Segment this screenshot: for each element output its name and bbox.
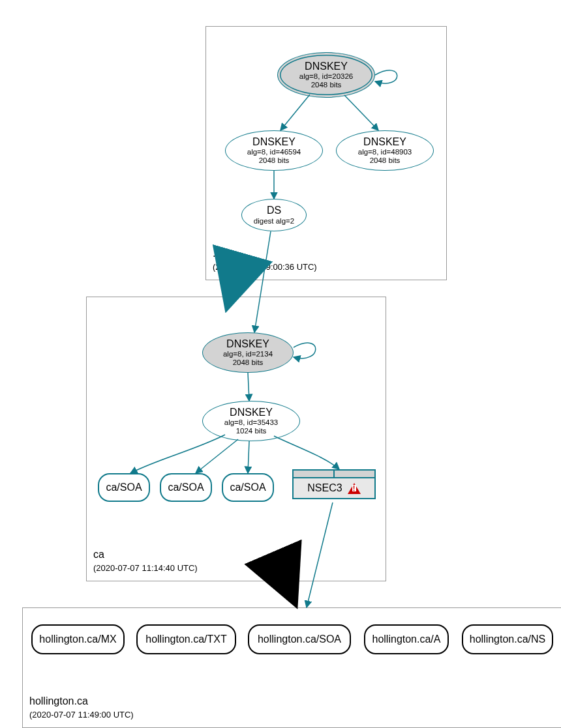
rr-label: hollington.ca/SOA (258, 633, 341, 645)
node-nsec3: NSEC3 (292, 469, 376, 499)
dnskey-alg: alg=8, id=20326 (299, 72, 354, 81)
zone-root-name: . (213, 246, 317, 261)
dnskey-bits: 2048 bits (259, 156, 290, 165)
node-h-soa: hollington.ca/SOA (248, 624, 351, 654)
node-h-ns: hollington.ca/NS (462, 624, 553, 654)
node-ca-soa1: ca/SOA (98, 473, 150, 502)
node-ca-soa3: ca/SOA (222, 473, 274, 502)
dnskey-bits: 2048 bits (370, 156, 401, 165)
node-h-a: hollington.ca/A (364, 624, 449, 654)
node-h-txt: hollington.ca/TXT (136, 624, 236, 654)
rr-label: hollington.ca/MX (39, 633, 116, 645)
zone-ca-name: ca (93, 547, 198, 562)
node-h-mx: hollington.ca/MX (31, 624, 125, 654)
dnskey-title: DNSKEY (226, 338, 269, 350)
soa-label: ca/SOA (106, 482, 142, 493)
warning-icon (348, 483, 361, 494)
soa-label: ca/SOA (230, 482, 265, 493)
rr-label: hollington.ca/A (372, 633, 441, 645)
node-ca-soa2: ca/SOA (160, 473, 212, 502)
dnskey-title: DNSKEY (252, 136, 296, 148)
zone-root-time: (2020-07-07 09:00:36 UTC) (213, 261, 317, 273)
dnskey-bits: 2048 bits (311, 81, 342, 89)
zone-hollington-name: hollington.ca (29, 694, 134, 708)
soa-label: ca/SOA (168, 482, 204, 493)
dnskey-title: DNSKEY (363, 136, 406, 148)
rr-label: hollington.ca/NS (470, 633, 546, 645)
ds-alg: digest alg=2 (254, 217, 294, 226)
dnskey-alg: alg=8, id=48903 (358, 148, 412, 156)
dnskey-alg: alg=8, id=46594 (247, 148, 301, 156)
dnskey-title: DNSKEY (305, 61, 348, 72)
dnskey-alg: alg=8, id=2134 (223, 350, 273, 358)
zone-hollington-time: (2020-07-07 11:49:00 UTC) (29, 709, 134, 721)
nsec3-label: NSEC3 (307, 482, 342, 494)
node-ca-ksk: DNSKEY alg=8, id=2134 2048 bits (202, 332, 294, 373)
node-ca-zsk: DNSKEY alg=8, id=35433 1024 bits (202, 401, 300, 441)
node-root-ksk: DNSKEY alg=8, id=20326 2048 bits (277, 52, 375, 98)
ds-title: DS (267, 205, 281, 216)
node-root-zsk2: DNSKEY alg=8, id=48903 2048 bits (336, 130, 434, 171)
dnskey-bits: 1024 bits (236, 427, 267, 435)
dnskey-title: DNSKEY (230, 407, 273, 418)
dnskey-alg: alg=8, id=35433 (224, 418, 279, 427)
node-root-ds: DS digest alg=2 (241, 199, 307, 231)
dnskey-bits: 2048 bits (233, 358, 264, 367)
node-root-zsk1: DNSKEY alg=8, id=46594 2048 bits (225, 130, 323, 171)
zone-ca-time: (2020-07-07 11:14:40 UTC) (93, 562, 198, 574)
rr-label: hollington.ca/TXT (145, 633, 227, 645)
